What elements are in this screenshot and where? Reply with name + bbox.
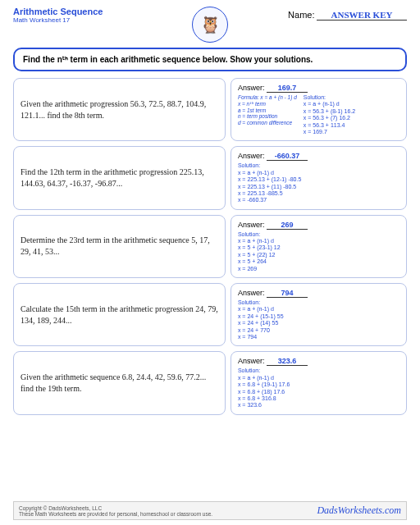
copyright-text: Copyright © DadsWorksheets, LLC — [19, 505, 212, 511]
worksheet-title: Arithmetic Sequence — [13, 7, 185, 16]
question-text: Determine the 23rd term in the arithmeti… — [21, 235, 218, 258]
question-box: Determine the 23rd term in the arithmeti… — [13, 215, 226, 278]
question-box: Find the 12th term in the arithmetic pro… — [13, 146, 226, 209]
name-value: ANSWER KEY — [317, 10, 407, 21]
owl-logo-icon: 🦉 — [192, 7, 228, 43]
answer-value: 794 — [267, 289, 308, 298]
solution-text: Solution: x = a + (n-1) d x = 5 + (23-1)… — [238, 231, 399, 272]
question-text: Find the 12th term in the arithmetic pro… — [21, 167, 218, 189]
answer-value: 323.6 — [267, 357, 308, 366]
footer-left: Copyright © DadsWorksheets, LLC These Ma… — [19, 505, 212, 517]
instruction-box: Find the nᵗʰ term in each arithmetic seq… — [13, 48, 407, 71]
worksheet-subtitle: Math Worksheet 17 — [13, 16, 185, 24]
answer-value: 169.7 — [267, 84, 308, 93]
header: Arithmetic Sequence Math Worksheet 17 🦉 … — [13, 7, 407, 43]
solution-text: Solution: x = a + (n-1) d x = 225.13 + (… — [238, 162, 399, 203]
instruction-text: Find the nᵗʰ term in each arithmetic seq… — [23, 55, 313, 64]
answer-box: Answer: 169.7 Formula: x = a + (n - 1) d… — [231, 78, 407, 141]
problem-row: Find the 12th term in the arithmetic pro… — [13, 146, 407, 209]
answer-value: 269 — [267, 221, 308, 230]
problem-row: Determine the 23rd term in the arithmeti… — [13, 215, 407, 278]
formula-text: Formula: x = a + (n - 1) d x = nᵗʰ term … — [238, 94, 297, 135]
footer-note: These Math Worksheets are provided for p… — [19, 511, 212, 517]
question-box: Given the arithmetic sequence 6.8, 24.4,… — [13, 351, 226, 414]
answer-line: Answer: 323.6 — [238, 357, 399, 366]
logo-container: 🦉 — [185, 7, 235, 43]
header-left: Arithmetic Sequence Math Worksheet 17 — [13, 7, 185, 24]
problems-container: Given the arithmetic progression 56.3, 7… — [13, 78, 407, 415]
name-field: Name: ANSWER KEY — [235, 7, 407, 21]
question-text: Calculate the 15th term in the arithmeti… — [21, 304, 218, 326]
answer-box: Answer: 794 Solution: x = a + (n-1) d x … — [231, 283, 407, 346]
solution-text: Solution: x = a + (n-1) d x = 56.3 + (8-… — [304, 94, 355, 135]
question-box: Calculate the 15th term in the arithmeti… — [13, 283, 226, 346]
footer: Copyright © DadsWorksheets, LLC These Ma… — [13, 501, 407, 520]
answer-line: Answer: 794 — [238, 289, 399, 298]
answer-line: Answer: -660.37 — [238, 152, 399, 161]
answer-line: Answer: 169.7 — [238, 84, 399, 93]
solution-text: Solution: x = a + (n-1) d x = 24 + (15-1… — [238, 299, 399, 340]
brand-logo: DadsWorksheets.com — [317, 504, 401, 517]
answer-box: Answer: -660.37 Solution: x = a + (n-1) … — [231, 146, 407, 209]
problem-row: Given the arithmetic progression 56.3, 7… — [13, 78, 407, 141]
problem-row: Given the arithmetic sequence 6.8, 24.4,… — [13, 351, 407, 414]
question-text: Given the arithmetic sequence 6.8, 24.4,… — [21, 372, 218, 395]
problem-row: Calculate the 15th term in the arithmeti… — [13, 283, 407, 346]
answer-box: Answer: 323.6 Solution: x = a + (n-1) d … — [231, 351, 407, 414]
name-label: Name: — [288, 10, 314, 20]
answer-box: Answer: 269 Solution: x = a + (n-1) d x … — [231, 215, 407, 278]
answer-line: Answer: 269 — [238, 221, 399, 230]
question-box: Given the arithmetic progression 56.3, 7… — [13, 78, 226, 141]
solution-text: Solution: x = a + (n-1) d x = 6.8 + (19-… — [238, 368, 399, 409]
answer-value: -660.37 — [267, 152, 308, 161]
question-text: Given the arithmetic progression 56.3, 7… — [21, 98, 218, 121]
